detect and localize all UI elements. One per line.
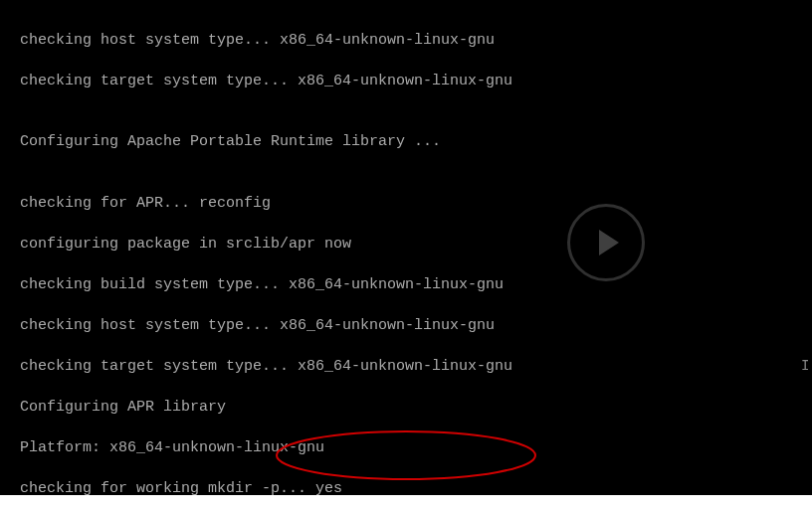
output-line: checking host system type... x86_64-unkn…: [20, 317, 495, 334]
terminal-output[interactable]: checking host system type... x86_64-unkn…: [0, 0, 812, 513]
output-line: Configuring APR library: [20, 399, 226, 416]
output-line: configuring package in srclib/apr now: [20, 236, 351, 253]
output-line: Configuring Apache Portable Runtime libr…: [20, 133, 441, 150]
output-line: checking host system type... x86_64-unkn…: [20, 32, 495, 49]
output-line: checking for working mkdir -p... yes: [20, 480, 342, 497]
output-line: checking target system type... x86_64-un…: [20, 73, 512, 89]
output-line: Platform: x86_64-unknown-linux-gnu: [20, 439, 324, 456]
output-line: checking build system type... x86_64-unk…: [20, 276, 504, 293]
play-button[interactable]: [567, 204, 645, 281]
output-line: checking target system type... x86_64-un…: [20, 358, 512, 375]
play-icon: [599, 230, 619, 256]
output-line: checking for APR... reconfig: [20, 195, 271, 212]
bottom-margin: [0, 495, 812, 513]
text-cursor-icon: I: [801, 356, 809, 377]
